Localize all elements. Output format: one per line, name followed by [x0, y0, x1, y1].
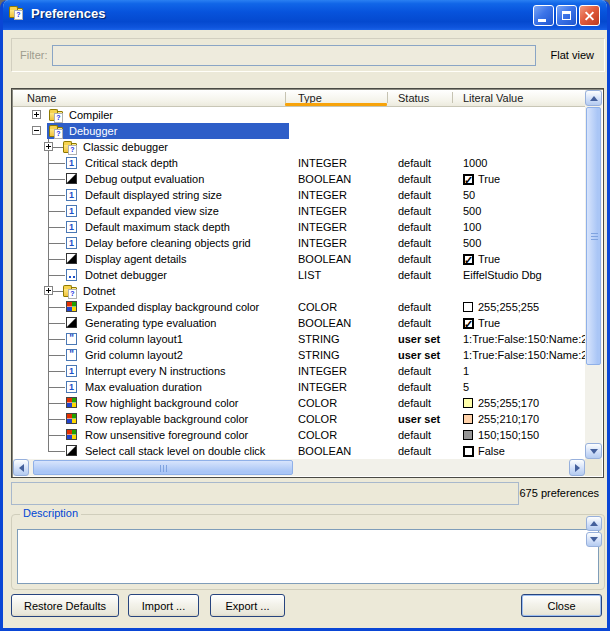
- minimize-icon: [538, 19, 546, 22]
- expander-toggle[interactable]: [44, 286, 53, 295]
- preference-status: default: [398, 219, 431, 235]
- value-text: True: [478, 171, 500, 187]
- preferences-window: Preferences Filter: Flat view Name Type …: [0, 0, 610, 631]
- preference-row[interactable]: Default maximum stack depth INTEGER defa…: [13, 219, 585, 235]
- preference-row[interactable]: Compiler: [13, 107, 585, 123]
- preference-literal-value[interactable]: 100: [463, 219, 481, 235]
- tree-line: [48, 339, 65, 340]
- preference-literal-value[interactable]: EiffelStudio Dbg: [463, 267, 542, 283]
- preference-row[interactable]: Dotnet: [13, 283, 585, 299]
- value-checkbox[interactable]: [463, 318, 474, 329]
- preference-row[interactable]: Grid column layout2 STRING user set 1:Tr…: [13, 347, 585, 363]
- value-checkbox[interactable]: [463, 446, 474, 457]
- preference-status: default: [398, 443, 431, 459]
- preference-literal-value[interactable]: 1:True:False:150:Name:2:: [463, 331, 585, 347]
- color-icon: [66, 429, 77, 440]
- preference-literal-value[interactable]: 500: [463, 203, 481, 219]
- preference-row[interactable]: Critical stack depth INTEGER default 100…: [13, 155, 585, 171]
- preference-row[interactable]: Max evaluation duration INTEGER default …: [13, 379, 585, 395]
- scroll-left-button[interactable]: [13, 459, 29, 476]
- value-text: 50: [463, 187, 475, 203]
- color-icon: [66, 397, 77, 408]
- integer-icon: [66, 189, 77, 201]
- preference-literal-value[interactable]: 255;255;170: [463, 395, 539, 411]
- preference-literal-value[interactable]: 5: [463, 379, 469, 395]
- minimize-button[interactable]: [533, 5, 554, 26]
- description-scroll-down-button[interactable]: [586, 532, 602, 547]
- preference-type: INTEGER: [298, 235, 347, 251]
- preference-name: Row replayable background color: [85, 411, 248, 427]
- description-scroll-up-button[interactable]: [586, 516, 602, 531]
- preference-name: Expanded display background color: [85, 299, 259, 315]
- preference-literal-value[interactable]: 50: [463, 187, 475, 203]
- scroll-up-button[interactable]: [585, 90, 602, 106]
- scroll-right-button[interactable]: [569, 459, 585, 476]
- preference-row[interactable]: Generating type evaluation BOOLEAN defau…: [13, 315, 585, 331]
- export-button[interactable]: Export ...: [210, 594, 285, 617]
- value-text: False: [478, 443, 505, 459]
- preference-row[interactable]: Expanded display background color COLOR …: [13, 299, 585, 315]
- preference-literal-value[interactable]: True: [463, 315, 500, 331]
- preference-literal-value[interactable]: 255;210;170: [463, 411, 539, 427]
- description-scrollbar[interactable]: [586, 516, 603, 588]
- preference-row[interactable]: Default displayed string size INTEGER de…: [13, 187, 585, 203]
- expander-toggle[interactable]: [32, 126, 41, 135]
- preference-literal-value[interactable]: 255;255;255: [463, 299, 539, 315]
- preference-row[interactable]: Display agent details BOOLEAN default Tr…: [13, 251, 585, 267]
- preference-status: default: [398, 395, 431, 411]
- preference-row[interactable]: Grid column layout1 STRING user set 1:Tr…: [13, 331, 585, 347]
- import-button[interactable]: Import ...: [128, 594, 199, 617]
- preference-status: default: [398, 267, 431, 283]
- flat-view-toggle[interactable]: Flat view: [551, 49, 594, 61]
- column-header-literal-value[interactable]: Literal Value: [463, 92, 523, 104]
- preference-literal-value[interactable]: 150;150;150: [463, 427, 539, 443]
- preference-literal-value[interactable]: 1: [463, 363, 469, 379]
- preference-name: Default displayed string size: [85, 187, 222, 203]
- preference-literal-value[interactable]: 500: [463, 235, 481, 251]
- horizontal-scroll-thumb[interactable]: [33, 460, 293, 475]
- integer-icon: [66, 157, 77, 169]
- expander-toggle[interactable]: [32, 110, 41, 119]
- preference-status: user set: [398, 331, 440, 347]
- preference-row[interactable]: Default expanded view size INTEGER defau…: [13, 203, 585, 219]
- preference-row[interactable]: Debug output evaluation BOOLEAN default …: [13, 171, 585, 187]
- maximize-button[interactable]: [556, 5, 577, 26]
- preference-type: BOOLEAN: [298, 443, 351, 459]
- arrow-up-icon: [590, 517, 598, 526]
- restore-defaults-button[interactable]: Restore Defaults: [11, 594, 119, 617]
- preference-row[interactable]: Row highlight background color COLOR def…: [13, 395, 585, 411]
- preference-row[interactable]: Row unsensitive foreground color COLOR d…: [13, 427, 585, 443]
- expander-toggle[interactable]: [44, 142, 53, 151]
- preference-type: COLOR: [298, 427, 337, 443]
- preference-row[interactable]: Classic debugger: [13, 139, 585, 155]
- titlebar[interactable]: Preferences: [0, 0, 610, 30]
- preference-literal-value[interactable]: 1:True:False:150:Name:2:: [463, 347, 585, 363]
- preference-row[interactable]: Select call stack level on double click …: [13, 443, 585, 459]
- column-header-name[interactable]: Name: [27, 92, 56, 104]
- scroll-down-button[interactable]: [585, 443, 602, 459]
- tree-line: [48, 163, 65, 164]
- close-dialog-button[interactable]: Close: [521, 594, 602, 617]
- preference-literal-value[interactable]: False: [463, 443, 505, 459]
- titlebar-close-button[interactable]: [579, 5, 600, 26]
- preference-row[interactable]: Dotnet debugger LIST default EiffelStudi…: [13, 267, 585, 283]
- description-textarea[interactable]: [17, 529, 599, 584]
- column-header-status[interactable]: Status: [398, 92, 429, 104]
- value-text: 1:True:False:150:Name:2:: [463, 331, 585, 347]
- vertical-scroll-thumb[interactable]: [586, 107, 601, 365]
- preference-literal-value[interactable]: True: [463, 171, 500, 187]
- value-checkbox[interactable]: [463, 174, 474, 185]
- value-checkbox[interactable]: [463, 254, 474, 265]
- preference-type: BOOLEAN: [298, 171, 351, 187]
- tree-line: [48, 451, 65, 452]
- preference-literal-value[interactable]: True: [463, 251, 500, 267]
- vertical-scrollbar[interactable]: [585, 90, 602, 459]
- preference-row[interactable]: Debugger: [13, 123, 585, 139]
- preference-row[interactable]: Delay before cleaning objects grid INTEG…: [13, 235, 585, 251]
- horizontal-scrollbar[interactable]: [13, 459, 585, 476]
- preference-status: default: [398, 363, 431, 379]
- preference-row[interactable]: Interrupt every N instructions INTEGER d…: [13, 363, 585, 379]
- preference-literal-value[interactable]: 1000: [463, 155, 487, 171]
- preference-row[interactable]: Row replayable background color COLOR us…: [13, 411, 585, 427]
- filter-input[interactable]: [52, 45, 536, 66]
